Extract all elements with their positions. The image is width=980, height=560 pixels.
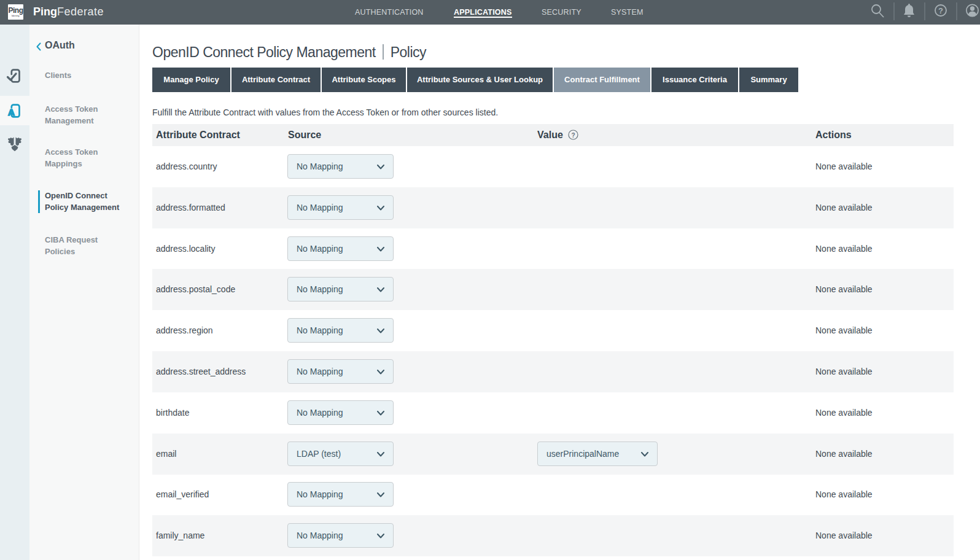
svg-text:A: A: [8, 107, 15, 117]
svg-text:?: ?: [572, 132, 575, 139]
svg-text:?: ?: [938, 6, 943, 15]
